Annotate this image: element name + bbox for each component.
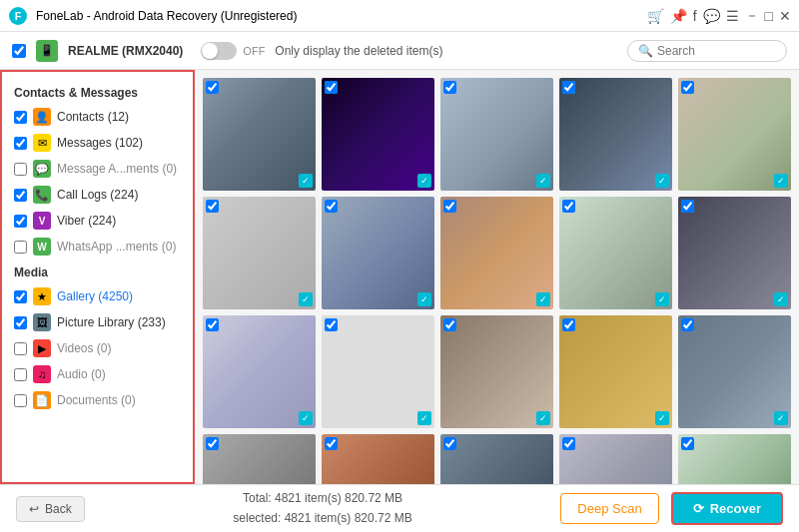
photo-checkbox[interactable] [325, 318, 338, 331]
photo-checkbox[interactable] [325, 437, 338, 450]
sidebar-item-gallery[interactable]: ★ Gallery (4250) [2, 283, 193, 309]
photo-checkbox[interactable] [325, 200, 338, 213]
call-logs-checkbox[interactable] [14, 189, 27, 202]
list-item[interactable]: ✓ [203, 78, 316, 191]
pin-icon[interactable]: 📌 [670, 8, 687, 24]
photo-checkbox[interactable] [443, 437, 456, 450]
list-item[interactable]: ✓ [440, 315, 553, 428]
photo-checkbox[interactable] [206, 318, 219, 331]
sidebar-item-audio[interactable]: ♫ Audio (0) [2, 361, 193, 387]
picture-lib-checkbox[interactable] [14, 316, 27, 329]
photo-checkbox[interactable] [443, 81, 456, 94]
sidebar-item-documents[interactable]: 📄 Documents (0) [2, 387, 193, 413]
recover-button[interactable]: ⟳ Recover [671, 492, 783, 525]
sidebar-item-videos[interactable]: ▶ Videos (0) [2, 335, 193, 361]
back-label: Back [45, 502, 72, 516]
list-item[interactable]: ✓ [203, 434, 316, 484]
delete-toggle[interactable] [201, 42, 237, 60]
photo-check-icon: ✓ [417, 174, 431, 188]
list-item[interactable]: ✓ [559, 434, 672, 484]
photo-checkbox[interactable] [681, 437, 694, 450]
toggle-knob [202, 43, 218, 59]
photo-checkbox[interactable] [562, 200, 575, 213]
documents-checkbox[interactable] [14, 394, 27, 407]
msg-attach-checkbox[interactable] [14, 163, 27, 176]
list-item[interactable]: ✓ [440, 78, 553, 191]
viber-checkbox[interactable] [14, 215, 27, 228]
selected-label: selected: 4821 item(s) 820.72 MB [97, 509, 549, 528]
list-item[interactable]: ✓ [559, 315, 672, 428]
recover-label: Recover [710, 501, 761, 516]
sidebar-item-viber[interactable]: V Viber (224) [2, 208, 193, 234]
photo-checkbox[interactable] [681, 200, 694, 213]
photo-check-icon: ✓ [536, 411, 550, 425]
videos-checkbox[interactable] [14, 342, 27, 355]
photo-checkbox[interactable] [562, 81, 575, 94]
list-item[interactable]: ✓ [559, 197, 672, 309]
list-item[interactable]: ✓ [322, 197, 434, 309]
messages-label: Messages (102) [57, 136, 143, 150]
photo-checkbox[interactable] [562, 318, 575, 331]
maximize-icon[interactable]: □ [765, 8, 773, 24]
cart-icon[interactable]: 🛒 [647, 8, 664, 24]
photo-checkbox[interactable] [206, 81, 219, 94]
sidebar-item-whatsapp[interactable]: W WhatsApp ...ments (0) [2, 234, 193, 260]
list-item[interactable]: ✓ [322, 78, 434, 191]
photo-checkbox[interactable] [681, 81, 694, 94]
close-icon[interactable]: ✕ [779, 8, 791, 24]
minimize-icon[interactable]: － [745, 7, 759, 25]
msg-attach-icon: 💬 [33, 160, 51, 178]
photo-checkbox[interactable] [443, 200, 456, 213]
sidebar-item-message-attachments[interactable]: 💬 Message A...ments (0) [2, 156, 193, 182]
back-button[interactable]: ↩ Back [16, 496, 85, 522]
photo-grid: ✓ ✓ ✓ ✓ ✓ ✓ ✓ ✓ ✓ ✓ ✓ ✓ ✓ ✓ ✓ ✓ ✓ ✓ ✓ ✓ [203, 78, 791, 484]
sidebar-item-contacts[interactable]: 👤 Contacts (12) [2, 104, 193, 130]
photo-area[interactable]: ✓ ✓ ✓ ✓ ✓ ✓ ✓ ✓ ✓ ✓ ✓ ✓ ✓ ✓ ✓ ✓ ✓ ✓ ✓ ✓ [195, 70, 799, 484]
messages-checkbox[interactable] [14, 137, 27, 150]
contacts-checkbox[interactable] [14, 111, 27, 124]
toggle-container[interactable]: OFF [201, 42, 265, 60]
photo-checkbox[interactable] [325, 81, 338, 94]
documents-label: Documents (0) [57, 393, 136, 407]
videos-icon: ▶ [33, 339, 51, 357]
list-item[interactable]: ✓ [322, 315, 434, 428]
search-input[interactable] [657, 44, 776, 58]
chat-icon[interactable]: 💬 [703, 8, 720, 24]
list-item[interactable]: ✓ [203, 315, 316, 428]
list-item[interactable]: ✓ [678, 78, 791, 191]
photo-checkbox[interactable] [681, 318, 694, 331]
photo-checkbox[interactable] [206, 437, 219, 450]
app-logo: F [8, 6, 28, 26]
list-item[interactable]: ✓ [322, 434, 434, 484]
facebook-icon[interactable]: f [693, 8, 697, 24]
photo-check-icon: ✓ [299, 411, 313, 425]
search-box[interactable]: 🔍 [627, 40, 787, 62]
list-item[interactable]: ✓ [440, 434, 553, 484]
deep-scan-button[interactable]: Deep Scan [560, 493, 658, 524]
whatsapp-label: WhatsApp ...ments (0) [57, 240, 176, 254]
list-item[interactable]: ✓ [678, 197, 791, 309]
status-info: Total: 4821 item(s) 820.72 MB selected: … [97, 489, 549, 527]
whatsapp-icon: W [33, 238, 51, 256]
sidebar-item-messages[interactable]: ✉ Messages (102) [2, 130, 193, 156]
menu-icon[interactable]: ☰ [726, 8, 739, 24]
gallery-checkbox[interactable] [14, 290, 27, 303]
list-item[interactable]: ✓ [678, 434, 791, 484]
photo-checkbox[interactable] [562, 437, 575, 450]
list-item[interactable]: ✓ [203, 197, 316, 309]
list-item[interactable]: ✓ [559, 78, 672, 191]
list-item[interactable]: ✓ [440, 197, 553, 309]
audio-checkbox[interactable] [14, 368, 27, 381]
main-area: Contacts & Messages 👤 Contacts (12) ✉ Me… [0, 70, 799, 484]
sidebar: Contacts & Messages 👤 Contacts (12) ✉ Me… [0, 70, 195, 484]
device-checkbox[interactable] [12, 44, 26, 58]
photo-checkbox[interactable] [443, 318, 456, 331]
messages-icon: ✉ [33, 134, 51, 152]
sidebar-item-picture-library[interactable]: 🖼 Picture Library (233) [2, 309, 193, 335]
photo-checkbox[interactable] [206, 200, 219, 213]
list-item[interactable]: ✓ [678, 315, 791, 428]
whatsapp-checkbox[interactable] [14, 241, 27, 254]
picture-lib-icon: 🖼 [33, 313, 51, 331]
device-bar: 📱 REALME (RMX2040) OFF Only display the … [0, 32, 799, 70]
sidebar-item-call-logs[interactable]: 📞 Call Logs (224) [2, 182, 193, 208]
